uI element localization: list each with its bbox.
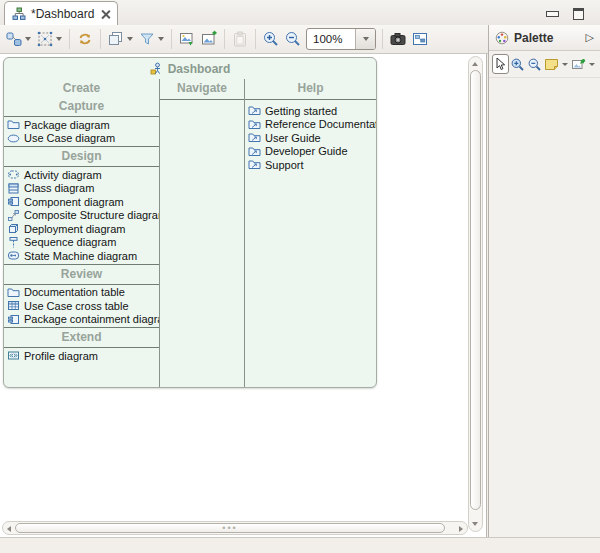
snapshot-button[interactable] <box>387 28 409 50</box>
filter-button[interactable] <box>136 28 158 50</box>
divider <box>4 166 159 167</box>
profile-icon <box>7 349 20 362</box>
papyrus-editor-window: *Dashboard <box>0 0 600 553</box>
add-image-button[interactable] <box>198 28 220 50</box>
toolbar-separator <box>69 29 70 49</box>
tab-close-icon[interactable] <box>101 10 110 19</box>
copy-appearance-button[interactable] <box>105 28 127 50</box>
zoom-level-value[interactable]: 100% <box>307 33 355 45</box>
lifeline-icon <box>7 236 20 249</box>
arrange-button[interactable] <box>3 28 25 50</box>
note-tool[interactable] <box>543 54 560 74</box>
palette-icon <box>495 31 509 45</box>
export-image-button[interactable] <box>176 28 198 50</box>
list-item-developer-guide[interactable]: Developer Guide <box>245 145 376 159</box>
ellipse-icon <box>7 132 20 145</box>
sync-button[interactable] <box>74 28 96 50</box>
list-item-getting-started[interactable]: Getting started <box>245 104 376 118</box>
tab-dashboard[interactable]: *Dashboard <box>4 1 118 26</box>
thumb-grip: ••• <box>222 526 237 530</box>
dashboard-column-help: Help Getting started <box>244 79 376 387</box>
vertical-scrollbar[interactable] <box>468 56 483 532</box>
deployment-cube-icon <box>7 222 20 235</box>
folder-link-icon <box>248 131 261 144</box>
class-icon <box>7 182 20 195</box>
list-item-use-case-diagram[interactable]: Use Case diagram <box>4 132 159 146</box>
dashboard-widget: Dashboard Create Capture Package diagram <box>3 57 377 388</box>
copy-dropdown-icon[interactable] <box>127 37 133 41</box>
pinned-image-tool[interactable] <box>570 54 587 74</box>
folder-link-icon <box>248 118 261 131</box>
zoom-in-icon <box>510 57 525 72</box>
list-item-use-case-cross-table[interactable]: Use Case cross table <box>4 299 159 313</box>
list-item-sequence-diagram[interactable]: Sequence diagram <box>4 236 159 250</box>
zoom-combo-dropdown-button[interactable] <box>355 29 375 49</box>
maximize-view-icon[interactable] <box>573 8 584 20</box>
palette-zoom-in-tool[interactable] <box>509 54 526 74</box>
divider <box>4 146 159 147</box>
list-item-user-guide[interactable]: User Guide <box>245 131 376 145</box>
list-item-deployment-diagram[interactable]: Deployment diagram <box>4 222 159 236</box>
palette-zoom-out-tool[interactable] <box>526 54 543 74</box>
minimize-view-icon[interactable] <box>546 11 559 17</box>
folder-icon <box>7 286 20 299</box>
zoom-out-button[interactable] <box>282 28 304 50</box>
list-item-profile-diagram[interactable]: Profile diagram <box>4 349 159 363</box>
list-item-reference-documentation[interactable]: Reference Documentation <box>245 118 376 132</box>
palette-toolbar <box>489 51 600 78</box>
list-item-component-diagram[interactable]: Component diagram <box>4 195 159 209</box>
list-item-documentation-table[interactable]: Documentation table <box>4 286 159 300</box>
folder-link-icon <box>248 104 261 117</box>
zoom-in-button[interactable] <box>260 28 282 50</box>
diagram-image-button[interactable] <box>409 28 431 50</box>
note-dropdown-icon[interactable] <box>562 63 568 66</box>
camera-icon <box>389 30 407 48</box>
zoom-out-icon <box>284 30 302 48</box>
arrange-icon <box>5 30 23 48</box>
list-item-package-containment-diagram[interactable]: Package containment diagram <box>4 313 159 327</box>
horizontal-scrollbar-thumb[interactable]: ••• <box>15 523 445 533</box>
palette-title: Palette <box>514 31 553 45</box>
select-button[interactable] <box>34 28 56 50</box>
list-item-package-diagram[interactable]: Package diagram <box>4 118 159 132</box>
scroll-right-icon[interactable] <box>459 526 463 532</box>
dashboard-title-row: Dashboard <box>4 58 376 79</box>
list-item-class-diagram[interactable]: Class diagram <box>4 182 159 196</box>
list-item-composite-structure-diagram[interactable]: Composite Structure diagram <box>4 209 159 223</box>
scroll-up-icon[interactable] <box>472 62 478 66</box>
zoom-level-combo[interactable]: 100% <box>306 28 376 50</box>
marquee-select-icon <box>36 30 54 48</box>
select-dropdown-icon[interactable] <box>56 37 62 41</box>
divider <box>4 284 159 285</box>
vertical-scrollbar-thumb[interactable] <box>470 70 481 510</box>
horizontal-scrollbar[interactable]: ••• <box>2 521 468 535</box>
scroll-down-icon[interactable] <box>472 522 478 526</box>
filter-dropdown-icon[interactable] <box>158 37 164 41</box>
chevron-down-icon <box>363 37 369 41</box>
folder-icon <box>7 118 20 131</box>
review-header: Review <box>4 266 159 283</box>
scroll-left-icon[interactable] <box>7 526 11 532</box>
list-item-support[interactable]: Support <box>245 158 376 172</box>
sync-link-icon <box>76 30 94 48</box>
list-item-state-machine-diagram[interactable]: State Machine diagram <box>4 249 159 263</box>
palette-panel: Palette ▷ <box>488 25 600 537</box>
capture-header: Capture <box>4 98 159 115</box>
component-icon <box>7 195 20 208</box>
pinned-image-dropdown-icon[interactable] <box>589 63 595 66</box>
create-header: Create <box>4 79 159 98</box>
image-add-icon <box>200 30 218 48</box>
arrange-dropdown-icon[interactable] <box>25 37 31 41</box>
editor-tab-bar: *Dashboard <box>0 0 600 26</box>
diagram-tree-icon <box>12 7 26 21</box>
toolbar-separator <box>224 29 225 49</box>
palette-collapse-icon[interactable]: ▷ <box>586 31 594 44</box>
divider <box>160 99 244 100</box>
toolbar-separator <box>171 29 172 49</box>
toolbar-separator <box>100 29 101 49</box>
divider <box>4 347 159 348</box>
select-tool[interactable] <box>492 54 509 74</box>
composite-structure-icon <box>7 209 20 222</box>
palette-header[interactable]: Palette ▷ <box>489 25 600 51</box>
list-item-activity-diagram[interactable]: Activity diagram <box>4 168 159 182</box>
